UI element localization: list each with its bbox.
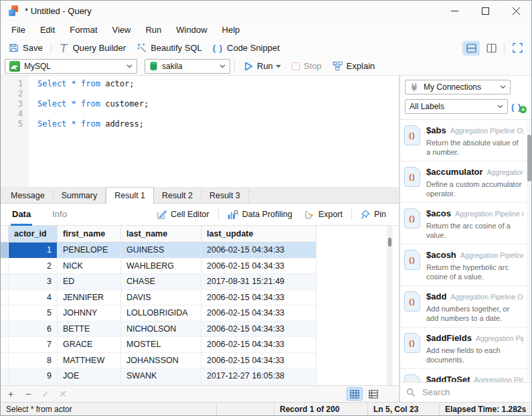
cell-first-name[interactable]: JOE — [58, 368, 121, 385]
maximize-button[interactable] — [470, 1, 501, 21]
explain-button[interactable]: Explain — [327, 58, 381, 74]
column-header-last-update[interactable]: last_update — [201, 226, 317, 242]
cell-last-name[interactable]: JOHANSSON — [121, 353, 201, 369]
grid-scrollbar-thumb[interactable] — [388, 238, 391, 247]
column-header-last-name[interactable]: last_name — [121, 226, 201, 242]
cell-first-name[interactable]: ED — [58, 274, 121, 290]
snippet-scrollbar-thumb[interactable] — [527, 135, 531, 182]
cell-first-name[interactable]: JOHNNY — [58, 305, 121, 322]
table-row[interactable]: 2NICKWAHLBERG2006-02-15 04:34:33 — [1, 259, 399, 275]
connection-select[interactable]: MySQL — [5, 59, 137, 74]
menu-view[interactable]: View — [105, 21, 139, 39]
cell-actor-id[interactable]: 6 — [9, 322, 58, 338]
table-row[interactable]: 5JOHNNYLOLLOBRIGIDA2006-02-15 04:34:33 — [1, 305, 399, 322]
menu-run[interactable]: Run — [138, 21, 169, 39]
new-snippet-button[interactable]: ( ) + — [511, 100, 530, 113]
row-marker[interactable] — [1, 353, 9, 369]
row-marker[interactable] — [1, 259, 9, 275]
save-button[interactable]: Save — [3, 40, 48, 56]
data-profiling-button[interactable]: Data Profiling — [221, 210, 298, 220]
snippet-item--addtoset[interactable]: ()$addToSetAggregation Pipeline Operator… — [400, 369, 532, 382]
menu-help[interactable]: Help — [215, 21, 248, 39]
delete-record-button[interactable]: − — [19, 389, 37, 399]
snippet-item--add[interactable]: ()$addAggregation Pipeline OperatorsAdd … — [400, 286, 532, 328]
column-header-first-name[interactable]: first_name — [58, 226, 121, 242]
cell-last-update[interactable]: 2006-02-15 04:34:33 — [201, 353, 317, 369]
row-marker[interactable] — [1, 290, 9, 306]
snippet-scrollbar[interactable] — [527, 121, 532, 380]
snippet-item--accumulator[interactable]: ()$accumulatorAggregation Pipeline Opera… — [400, 161, 532, 203]
menu-format[interactable]: Format — [62, 21, 104, 39]
table-row[interactable]: 3EDCHASE2017-08-31 15:21:49 — [1, 274, 399, 290]
sql-editor[interactable]: 12345 Select * from actor;Select * from … — [1, 76, 400, 187]
cell-first-name[interactable]: NICK — [58, 259, 121, 275]
cell-actor-id[interactable]: 8 — [9, 353, 58, 369]
cell-last-update[interactable]: 2017-08-31 15:21:49 — [201, 274, 317, 290]
result-tab-message[interactable]: Message — [3, 189, 54, 203]
cell-first-name[interactable]: MATTHEW — [58, 353, 121, 369]
result-subtab-data[interactable]: Data — [11, 204, 32, 226]
snippet-item--addfields[interactable]: ()$addFieldsAggregation Pipeline Operato… — [400, 328, 532, 369]
cell-actor-id[interactable]: 2 — [9, 259, 58, 275]
snippet-item--abs[interactable]: ()$absAggregation Pipeline OperatorsRetu… — [400, 120, 532, 161]
table-row[interactable]: 8MATTHEWJOHANSSON2006-02-15 04:34:33 — [1, 353, 399, 369]
table-row[interactable]: 9JOESWANK2017-12-27 16:05:38 — [1, 368, 399, 385]
cell-first-name[interactable]: PENELOPE — [58, 242, 121, 259]
corner-cell[interactable] — [1, 226, 9, 242]
result-tab-result-3[interactable]: Result 3 — [201, 189, 249, 203]
cell-last-name[interactable]: GUINESS — [121, 242, 201, 259]
cell-actor-id[interactable]: 9 — [9, 368, 58, 385]
table-row[interactable]: 6BETTENICHOLSON2006-02-15 04:34:33 — [1, 322, 399, 338]
cell-last-name[interactable]: MOSTEL — [121, 337, 201, 353]
snippet-item--acosh[interactable]: ()$acoshAggregation Pipeline OperatorsRe… — [400, 245, 532, 286]
grid-vertical-scrollbar[interactable] — [387, 226, 393, 385]
cell-last-update[interactable]: 2017-12-27 16:05:38 — [201, 368, 317, 385]
snippet-item--acos[interactable]: ()$acosAggregation Pipeline OperatorsRet… — [400, 203, 532, 245]
run-button[interactable]: Run — [239, 58, 274, 74]
cell-last-update[interactable]: 2006-02-15 04:34:33 — [201, 259, 317, 275]
cell-last-update[interactable]: 2006-02-15 04:34:33 — [201, 242, 317, 259]
result-subtab-info[interactable]: Info — [51, 204, 68, 226]
search-input[interactable] — [421, 387, 515, 398]
beautify-sql-button[interactable]: Beautify SQL — [131, 40, 207, 56]
table-row[interactable]: 4JENNIFERDAVIS2006-02-15 04:34:33 — [1, 290, 399, 306]
fullscreen-button[interactable] — [509, 41, 526, 56]
menu-edit[interactable]: Edit — [33, 21, 62, 39]
run-options-caret[interactable] — [276, 65, 281, 68]
minimize-button[interactable] — [439, 1, 470, 21]
cell-last-update[interactable]: 2006-02-15 04:34:33 — [201, 290, 317, 306]
result-tab-result-2[interactable]: Result 2 — [154, 189, 201, 203]
query-builder-button[interactable]: Query Builder — [54, 40, 131, 56]
row-marker[interactable] — [1, 322, 9, 338]
pin-button[interactable]: Pin — [355, 210, 392, 220]
row-marker[interactable] — [1, 337, 9, 353]
table-row[interactable]: 7GRACEMOSTEL2006-02-15 04:34:33 — [1, 337, 399, 353]
labels-filter-select[interactable]: All Labels — [405, 99, 508, 114]
menu-window[interactable]: Window — [169, 21, 214, 39]
add-record-button[interactable]: + — [2, 389, 19, 399]
close-button[interactable] — [501, 1, 531, 21]
cell-last-name[interactable]: DAVIS — [121, 290, 201, 306]
cell-actor-id[interactable]: 1 — [9, 242, 58, 259]
menu-file[interactable]: File — [4, 21, 33, 39]
cell-first-name[interactable]: GRACE — [58, 337, 121, 353]
cell-last-update[interactable]: 2006-02-15 04:34:33 — [201, 322, 317, 338]
editor-code[interactable]: Select * from actor;Select * from custom… — [29, 76, 399, 187]
export-button[interactable]: Export — [298, 210, 349, 220]
result-tab-result-1[interactable]: Result 1 — [106, 187, 154, 204]
cell-last-name[interactable]: CHASE — [121, 274, 201, 290]
row-marker[interactable] — [1, 368, 9, 385]
cell-last-name[interactable]: LOLLOBRIGIDA — [121, 305, 201, 322]
cell-actor-id[interactable]: 5 — [9, 305, 58, 322]
split-vertical-button[interactable] — [482, 41, 500, 56]
cell-last-name[interactable]: SWANK — [121, 368, 201, 385]
row-marker[interactable] — [1, 274, 9, 290]
connections-filter-select[interactable]: My Connections — [405, 80, 511, 94]
row-marker[interactable] — [1, 242, 9, 259]
cell-last-update[interactable]: 2006-02-15 04:34:33 — [201, 337, 317, 353]
cell-editor-button[interactable]: Cell Editor — [151, 210, 215, 220]
table-row[interactable]: 1PENELOPEGUINESS2006-02-15 04:34:33 — [1, 242, 399, 259]
form-view-button[interactable] — [365, 387, 381, 401]
code-snippet-button[interactable]: ( ) Code Snippet — [207, 40, 285, 56]
row-marker[interactable] — [1, 305, 9, 322]
